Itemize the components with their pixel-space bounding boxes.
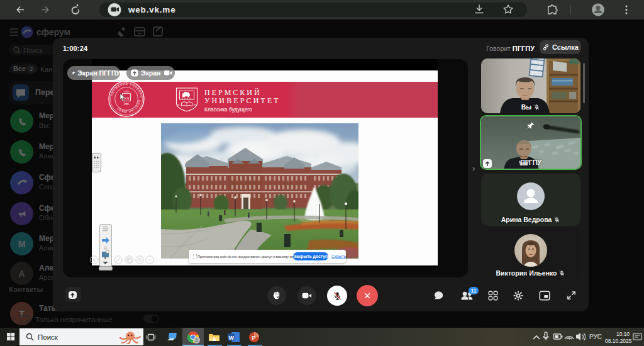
svg-text:1916: 1916	[124, 91, 129, 93]
svg-text:19: 19	[177, 104, 180, 106]
svg-text:ПЕРМСКИЙ: ПЕРМСКИЙ	[204, 88, 262, 97]
svg-text:УНИВЕРСИТЕТ: УНИВЕРСИТЕТ	[204, 96, 280, 105]
svg-text:16: 16	[194, 104, 196, 106]
svg-text:08.10.2025: 08.10.2025	[605, 338, 632, 344]
svg-text:Классика будущего: Классика будущего	[204, 106, 252, 113]
svg-text:W: W	[229, 335, 235, 341]
svg-text:10:10: 10:10	[616, 331, 630, 337]
svg-text:РУС: РУС	[589, 333, 602, 340]
svg-text:P: P	[252, 335, 256, 341]
svg-text:ПЕРМСКИЙ УНИВЕРСИТЕТ: ПЕРМСКИЙ УНИВЕРСИТЕТ	[92, 82, 143, 98]
